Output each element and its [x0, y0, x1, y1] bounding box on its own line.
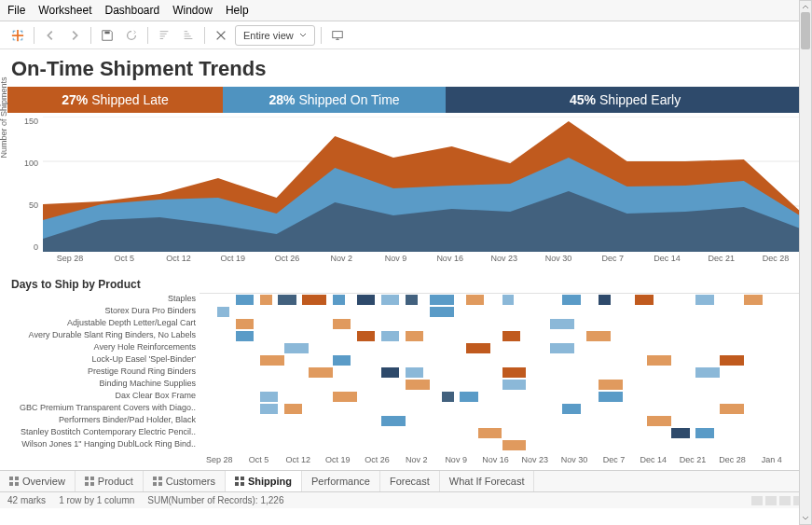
gantt-label: Binding Machine Supplies [7, 378, 200, 390]
gantt-segment[interactable] [502, 440, 527, 450]
kpi-ontime[interactable]: 28%Shipped On Time [223, 87, 446, 113]
scroll-down-icon[interactable] [800, 514, 811, 523]
gantt-segment[interactable] [720, 404, 744, 414]
clear-button[interactable] [211, 25, 231, 46]
gantt-segment[interactable] [671, 428, 689, 438]
svg-rect-13 [90, 482, 94, 486]
gantt-segment[interactable] [381, 295, 399, 305]
tab-shipping[interactable]: Shipping [226, 471, 302, 491]
gantt-segment[interactable] [381, 416, 406, 426]
gantt-segment[interactable] [466, 295, 484, 305]
menu-worksheet[interactable]: Worksheet [38, 4, 91, 17]
gantt-segment[interactable] [550, 343, 574, 353]
kpi-early[interactable]: 45%Shipped Early [446, 87, 805, 113]
gantt-segment[interactable] [260, 295, 272, 305]
dashboard-icon [235, 477, 244, 486]
menu-help[interactable]: Help [226, 4, 249, 17]
gantt-segment[interactable] [599, 380, 623, 390]
gantt-segment[interactable] [333, 355, 351, 366]
gantt-segment[interactable] [695, 367, 720, 378]
gantt-xticks: Sep 28Oct 5Oct 12Oct 19Oct 26Nov 2Nov 9N… [200, 453, 791, 468]
gantt-title: Days to Ship by Product [0, 270, 812, 293]
gantt-segment[interactable] [333, 392, 357, 402]
gantt-segment[interactable] [406, 367, 423, 378]
gantt-segment[interactable] [406, 380, 430, 390]
gantt-segment[interactable] [466, 343, 490, 353]
scroll-up-icon[interactable] [800, 2, 811, 11]
gantt-segment[interactable] [260, 392, 278, 402]
presentation-button[interactable] [327, 25, 348, 46]
gantt-segment[interactable] [284, 404, 302, 414]
scroll-thumb[interactable] [801, 12, 810, 49]
gantt-label: Performers Binder/Pad Holder, Black [7, 414, 200, 426]
gantt-plot-area[interactable] [200, 293, 805, 453]
gantt-segment[interactable] [406, 295, 418, 305]
gantt-segment[interactable] [502, 331, 520, 341]
gantt-segment[interactable] [647, 355, 671, 366]
gantt-segment[interactable] [333, 319, 351, 329]
gantt-segment[interactable] [381, 367, 399, 378]
gantt-segment[interactable] [647, 416, 671, 426]
menu-window[interactable]: Window [172, 4, 213, 17]
gantt-segment[interactable] [586, 331, 611, 341]
gantt-segment[interactable] [562, 404, 580, 414]
gantt-segment[interactable] [278, 295, 296, 305]
tab-whatif[interactable]: What If Forecast [440, 471, 535, 491]
gantt-segment[interactable] [236, 331, 254, 341]
forward-button[interactable] [64, 25, 85, 46]
menu-dashboard[interactable]: Dashboard [104, 4, 159, 17]
sort-asc-button[interactable] [154, 25, 174, 46]
gantt-label: Adjustable Depth Letter/Legal Cart [7, 317, 200, 329]
gantt-segment[interactable] [430, 307, 454, 317]
sort-desc-button[interactable] [178, 25, 199, 46]
kpi-late[interactable]: 27%Shipped Late [7, 87, 223, 113]
gantt-segment[interactable] [744, 295, 762, 305]
gantt-label: Wilson Jones 1" Hanging DublLock Ring Bi… [7, 438, 200, 450]
gantt-segment[interactable] [562, 295, 580, 305]
area-chart[interactable]: Number of Shipments 150 100 50 0 Sep 28O… [7, 117, 805, 270]
gantt-segment[interactable] [284, 343, 309, 353]
gantt-segment[interactable] [599, 392, 623, 402]
gantt-segment[interactable] [430, 295, 454, 305]
gantt-segment[interactable] [406, 331, 423, 341]
tab-overview[interactable]: Overview [0, 471, 76, 491]
gantt-segment[interactable] [236, 319, 254, 329]
gantt-segment[interactable] [357, 295, 375, 305]
back-button[interactable] [40, 25, 61, 46]
gantt-segment[interactable] [260, 355, 284, 366]
gantt-segment[interactable] [260, 404, 278, 414]
refresh-button[interactable] [121, 25, 142, 46]
view-mode-select[interactable]: Entire view [235, 25, 315, 46]
gantt-segment[interactable] [550, 319, 574, 329]
gantt-segment[interactable] [309, 367, 333, 378]
gantt-label: Staples [7, 293, 200, 305]
gantt-segment[interactable] [695, 295, 713, 305]
gantt-segment[interactable] [333, 295, 345, 305]
gantt-segment[interactable] [599, 295, 611, 305]
gantt-segment[interactable] [478, 428, 502, 438]
gantt-segment[interactable] [502, 367, 527, 378]
gantt-segment[interactable] [302, 295, 326, 305]
view-mode-label: Entire view [243, 30, 294, 41]
gantt-segment[interactable] [460, 392, 477, 402]
tab-forecast[interactable]: Forecast [380, 471, 440, 491]
tab-customers[interactable]: Customers [144, 471, 226, 491]
tab-performance[interactable]: Performance [302, 471, 380, 491]
save-button[interactable] [97, 25, 117, 46]
gantt-segment[interactable] [502, 295, 515, 305]
gantt-segment[interactable] [357, 331, 375, 341]
gantt-segment[interactable] [502, 380, 527, 390]
svg-rect-15 [158, 477, 162, 480]
gantt-scrollbar[interactable] [799, 0, 812, 525]
gantt-segment[interactable] [635, 295, 653, 305]
gantt-segment[interactable] [442, 392, 454, 402]
gantt-segment[interactable] [217, 307, 229, 317]
menu-file[interactable]: File [7, 4, 25, 17]
gantt-segment[interactable] [720, 355, 744, 366]
tab-product[interactable]: Product [76, 471, 144, 491]
status-view-icons[interactable] [751, 496, 805, 505]
gantt-segment[interactable] [695, 428, 713, 438]
gantt-chart[interactable]: Staples Storex Dura Pro Binders Adjustab… [7, 293, 805, 453]
gantt-segment[interactable] [236, 295, 254, 305]
gantt-segment[interactable] [381, 331, 399, 341]
